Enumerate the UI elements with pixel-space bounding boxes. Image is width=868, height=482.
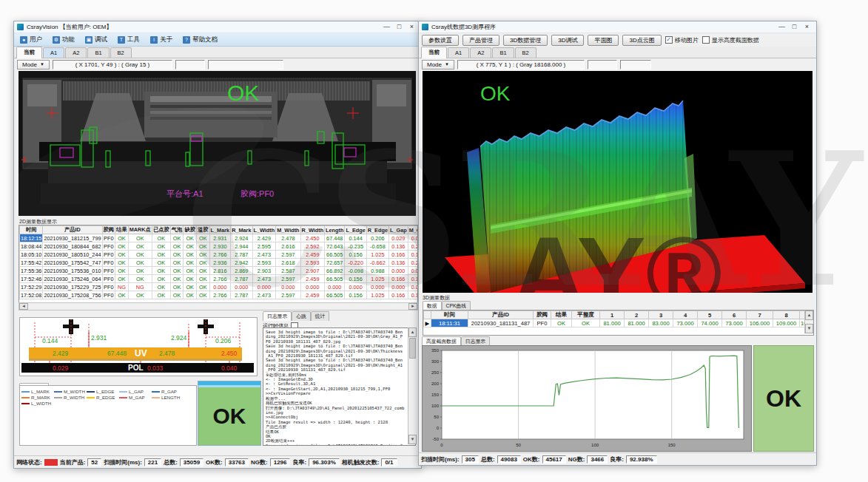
table-cell[interactable]: 2.944: [231, 242, 252, 251]
table-cell[interactable]: 66.892: [325, 267, 345, 275]
tab-A1[interactable]: A1: [43, 47, 64, 58]
table-cell[interactable]: 2.787: [231, 291, 252, 299]
table-row[interactable]: 17:55:3620210930_175536_010PF0OKOKOKOKOK…: [20, 267, 419, 275]
table-cell[interactable]: OK: [184, 267, 197, 275]
toolbar-button-3D点云图[interactable]: 3D点云图: [622, 35, 661, 46]
table-cell[interactable]: 0.200: [408, 242, 418, 251]
table-row[interactable]: ▶18:11:3120210930_181131_487PF0OKOK81.00…: [424, 319, 813, 327]
menu-item-用户[interactable]: ●用户: [20, 35, 42, 44]
table-cell[interactable]: 20210930_175542_747: [43, 259, 102, 267]
table-cell[interactable]: 0.166: [388, 291, 408, 299]
table-cell[interactable]: 73.000: [722, 319, 747, 327]
table-cell[interactable]: PF0: [102, 291, 115, 299]
table-cell[interactable]: OK: [152, 234, 170, 242]
table3d-scrollbar[interactable]: ▲ ▼: [804, 310, 813, 333]
table-cell[interactable]: OK: [196, 242, 209, 251]
table-row[interactable]: 17:52:0820210930_175208_756PF0OKOKOKOKOK…: [20, 291, 419, 299]
table-cell[interactable]: 2.903: [252, 267, 276, 275]
checkbox-移动图片[interactable]: ✓移动图片: [665, 36, 699, 44]
view-3d[interactable]: OK AY®: [423, 71, 813, 293]
table-cell[interactable]: 0.000: [388, 283, 408, 291]
table-cell[interactable]: OK: [196, 259, 209, 267]
table-cell[interactable]: 0.000: [325, 283, 345, 291]
table-cell[interactable]: OK: [128, 291, 152, 299]
maximize-button[interactable]: □: [788, 22, 801, 32]
tab-当前[interactable]: 当前: [421, 47, 447, 58]
table-cell[interactable]: 2.942: [231, 259, 252, 267]
maximize-button[interactable]: □: [393, 22, 406, 32]
table-cell[interactable]: 20210930_180844_682: [43, 242, 102, 251]
toolbar-button-平面图[interactable]: 平面图: [588, 35, 619, 46]
log-tab-统计[interactable]: 统计: [311, 311, 330, 321]
checkbox-icon[interactable]: [702, 36, 710, 44]
toolbar-button-产品管理[interactable]: 产品管理: [462, 35, 499, 46]
table-cell[interactable]: 66.505: [325, 251, 345, 259]
left-titlebar[interactable]: CsrayVision 【当前用户: OEM】 — □ ×: [14, 21, 421, 33]
table-cell[interactable]: 20210930_181215_799: [43, 234, 102, 242]
table-cell[interactable]: 2.931: [209, 234, 231, 242]
log-textarea[interactable]: Save 3d height image to file : D:\JTA037…: [263, 327, 416, 446]
scroll-up-icon[interactable]: ▲: [408, 327, 417, 337]
table-cell[interactable]: 0.988: [366, 267, 388, 275]
table-cell[interactable]: 0.000: [300, 283, 325, 291]
minimize-button[interactable]: —: [776, 22, 788, 32]
table-cell[interactable]: OK: [152, 275, 170, 283]
table-cell[interactable]: 106.000: [747, 319, 773, 327]
tab-B1[interactable]: B1: [492, 47, 514, 58]
scroll-down-icon[interactable]: ▼: [805, 324, 813, 333]
table-cell[interactable]: 20210930_175229_725: [43, 283, 102, 291]
table-cell[interactable]: 2.459: [300, 275, 325, 283]
table-cell[interactable]: OK: [170, 275, 184, 283]
table-cell[interactable]: 2.459: [300, 251, 325, 259]
xray-image-view[interactable]: OK 平台号:A1 胶阀:PF0: [18, 71, 416, 216]
table-cell[interactable]: 17:52:46: [20, 275, 43, 283]
table-cell[interactable]: 2.473: [252, 291, 276, 299]
table-row[interactable]: 18:08:4420210930_180844_682PF0OKOKOKOKOK…: [20, 242, 419, 251]
table-cell[interactable]: OK: [170, 251, 184, 259]
table-cell[interactable]: NG: [115, 283, 129, 291]
right-titlebar[interactable]: Csray线数据3D测厚程序 — □ ×: [419, 21, 816, 33]
table-cell[interactable]: 72.643: [325, 242, 345, 251]
table-row[interactable]: 17:52:4620210930_175246_064PF0OKOKOKOKOK…: [20, 275, 419, 283]
table-cell[interactable]: 0.144: [345, 234, 366, 242]
table-cell[interactable]: 0.000: [252, 283, 276, 291]
tab-B2[interactable]: B2: [110, 47, 132, 58]
table-cell[interactable]: OK: [152, 291, 170, 299]
tab-B1[interactable]: B1: [87, 47, 109, 58]
close-button[interactable]: ×: [406, 22, 418, 32]
table-cell[interactable]: 0.000: [366, 283, 388, 291]
menu-item-工具[interactable]: T工具: [118, 35, 140, 44]
table-cell[interactable]: 72.657: [325, 259, 345, 267]
table-cell[interactable]: 2.450: [300, 234, 325, 242]
table-cell[interactable]: 17:52:08: [20, 291, 43, 299]
table-cell[interactable]: 2.924: [231, 234, 252, 242]
table-cell[interactable]: OK: [152, 267, 170, 275]
table-cell[interactable]: 2.593: [300, 259, 325, 267]
table-cell[interactable]: 2.587: [276, 267, 300, 275]
table-cell[interactable]: OK: [170, 234, 184, 242]
table-cell[interactable]: 83.000: [649, 319, 673, 327]
table-cell[interactable]: 0.000: [408, 283, 418, 291]
table-cell[interactable]: OK: [152, 242, 170, 251]
table-cell[interactable]: 0.124: [408, 275, 418, 283]
table-cell[interactable]: 2.869: [231, 267, 252, 275]
table2d-hscrollbar[interactable]: ◄ ►: [18, 302, 418, 310]
table-cell[interactable]: 0.000: [276, 283, 300, 291]
table-cell[interactable]: OK: [115, 267, 129, 275]
menu-item-功能[interactable]: ⚙功能: [53, 35, 75, 44]
table-cell[interactable]: PF0: [102, 267, 115, 275]
table-cell[interactable]: 2.787: [231, 251, 252, 259]
table-cell[interactable]: 74.000: [698, 319, 722, 327]
table-row[interactable]: 17:55:4220210930_175542_747PF0OKOKOKOKOK…: [20, 259, 419, 267]
table-cell[interactable]: 2.618: [276, 259, 300, 267]
table-cell[interactable]: 2.473: [252, 251, 276, 259]
table-cell[interactable]: 0.201: [408, 259, 418, 267]
table-cell[interactable]: OK: [152, 251, 170, 259]
table-cell[interactable]: 0.206: [366, 234, 388, 242]
table-cell[interactable]: OK: [196, 275, 209, 283]
table-cell[interactable]: PF0: [102, 251, 115, 259]
table-cell[interactable]: 20210930_175536_010: [43, 267, 102, 275]
scroll-right-icon[interactable]: ►: [408, 303, 417, 310]
table-cell[interactable]: 2.595: [252, 242, 276, 251]
table-cell[interactable]: 2.597: [276, 275, 300, 283]
